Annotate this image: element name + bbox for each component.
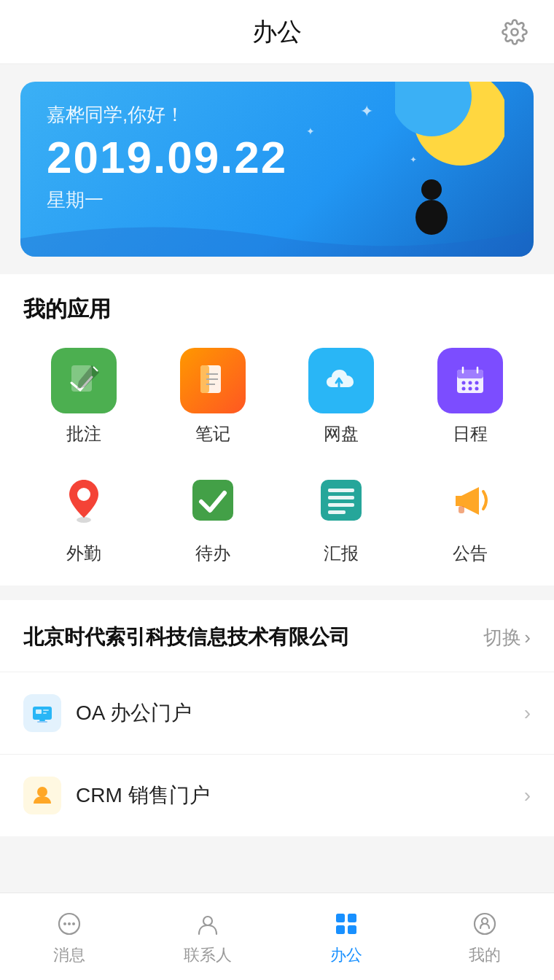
nav-item-contacts[interactable]: 联系人	[164, 908, 251, 966]
main-content: 嘉桦同学,你好！ 2019.09.22 星期一 ✦ ✦ ✦ 我的应用	[0, 64, 554, 980]
svg-rect-33	[43, 712, 47, 714]
page-title: 办公	[252, 15, 302, 49]
svg-rect-31	[36, 709, 42, 714]
star-decoration-2: ✦	[306, 125, 315, 137]
app-label-waiqin: 外勤	[66, 542, 101, 565]
app-icon-daiban	[180, 467, 246, 533]
settings-icon[interactable]	[499, 16, 531, 48]
svg-point-38	[63, 922, 66, 925]
switch-company-button[interactable]: 切换 ›	[483, 625, 531, 650]
crm-icon	[30, 783, 55, 808]
app-icon-gonggao	[437, 467, 503, 533]
app-label-biji: 笔记	[195, 422, 230, 446]
svg-point-47	[482, 918, 488, 924]
app-label-daiban: 待办	[195, 542, 230, 565]
app-item-daiban[interactable]: 待办	[152, 467, 274, 565]
svg-rect-12	[457, 370, 483, 378]
app-item-pizhu[interactable]: 批注	[23, 348, 145, 446]
svg-rect-26	[328, 496, 354, 499]
app-item-biji[interactable]: 笔记	[152, 348, 274, 446]
app-item-wanpan[interactable]: 网盘	[281, 348, 402, 446]
app-icon-waiqin	[51, 467, 117, 533]
svg-rect-25	[328, 489, 354, 492]
svg-rect-42	[336, 914, 345, 922]
office-nav-icon	[330, 908, 362, 940]
app-label-gonggao: 公告	[453, 542, 488, 565]
app-icon-huibao	[308, 467, 374, 533]
contacts-nav-label: 联系人	[184, 944, 232, 966]
svg-rect-29	[459, 506, 464, 513]
app-item-waiqin[interactable]: 外勤	[23, 467, 145, 565]
my-apps-section: 我的应用 批注	[0, 274, 554, 586]
svg-rect-35	[37, 721, 47, 723]
app-icon-pizhu	[51, 348, 117, 413]
messages-nav-label: 消息	[53, 944, 85, 966]
company-name: 北京时代索引科技信息技术有限公司	[23, 623, 350, 651]
apps-grid: 批注 笔记	[23, 348, 531, 565]
menu-item-crm[interactable]: CRM 销售门户 ›	[0, 755, 554, 836]
oa-label: OA 办公门户	[76, 699, 524, 727]
svg-point-40	[72, 922, 75, 925]
svg-rect-45	[348, 925, 356, 934]
svg-rect-30	[33, 707, 52, 720]
svg-point-17	[475, 381, 478, 385]
star-decoration: ✦	[360, 102, 373, 121]
banner: 嘉桦同学,你好！ 2019.09.22 星期一 ✦ ✦ ✦	[20, 82, 534, 257]
app-item-huibao[interactable]: 汇报	[281, 467, 402, 565]
svg-rect-24	[321, 480, 362, 521]
company-header: 北京时代索引科技信息技术有限公司 切换 ›	[0, 600, 554, 672]
svg-point-3	[421, 179, 442, 200]
office-nav-label: 办公	[330, 944, 362, 966]
svg-point-20	[475, 387, 478, 391]
contacts-nav-icon	[192, 908, 224, 940]
company-section: 北京时代索引科技信息技术有限公司 切换 › OA 办公门户 ›	[0, 600, 554, 836]
crm-label: CRM 销售门户	[76, 782, 524, 809]
svg-point-15	[461, 381, 465, 385]
svg-rect-23	[192, 480, 233, 521]
svg-point-16	[468, 381, 472, 385]
svg-point-19	[468, 387, 472, 391]
svg-rect-28	[328, 510, 346, 514]
svg-rect-44	[336, 925, 345, 934]
crm-icon-box	[23, 777, 61, 814]
app-icon-richeng	[437, 348, 503, 413]
menu-item-oa[interactable]: OA 办公门户 ›	[0, 672, 554, 755]
mine-nav-label: 我的	[469, 944, 501, 966]
app-item-gonggao[interactable]: 公告	[410, 467, 531, 565]
svg-point-36	[37, 787, 47, 797]
svg-point-39	[68, 922, 71, 925]
nav-item-office[interactable]: 办公	[303, 908, 390, 966]
app-label-richeng: 日程	[453, 422, 488, 446]
banner-wave	[20, 217, 531, 257]
bottom-nav: 消息 联系人 办公 我的	[0, 892, 554, 980]
app-label-pizhu: 批注	[66, 422, 101, 446]
oa-icon-box	[23, 694, 61, 732]
svg-rect-43	[348, 914, 356, 922]
moon-decoration	[395, 82, 504, 184]
svg-point-21	[77, 488, 90, 501]
svg-point-0	[512, 28, 518, 35]
nav-item-messages[interactable]: 消息	[26, 908, 113, 966]
svg-point-18	[461, 387, 465, 391]
oa-icon	[30, 701, 55, 726]
messages-nav-icon	[53, 908, 85, 940]
app-label-huibao: 汇报	[324, 542, 359, 565]
svg-point-22	[77, 517, 91, 523]
nav-item-mine[interactable]: 我的	[441, 908, 528, 966]
mine-nav-icon	[469, 908, 501, 940]
app-item-richeng[interactable]: 日程	[410, 348, 531, 446]
crm-chevron-icon: ›	[524, 784, 531, 807]
app-icon-wanpan	[308, 348, 374, 413]
svg-rect-32	[43, 709, 49, 711]
app-label-wanpan: 网盘	[324, 422, 359, 446]
app-icon-biji	[180, 348, 246, 413]
svg-point-41	[203, 917, 212, 925]
my-apps-title: 我的应用	[23, 295, 531, 324]
svg-rect-34	[39, 720, 45, 721]
top-bar: 办公	[0, 0, 554, 64]
svg-rect-27	[328, 503, 354, 507]
oa-chevron-icon: ›	[524, 701, 531, 725]
